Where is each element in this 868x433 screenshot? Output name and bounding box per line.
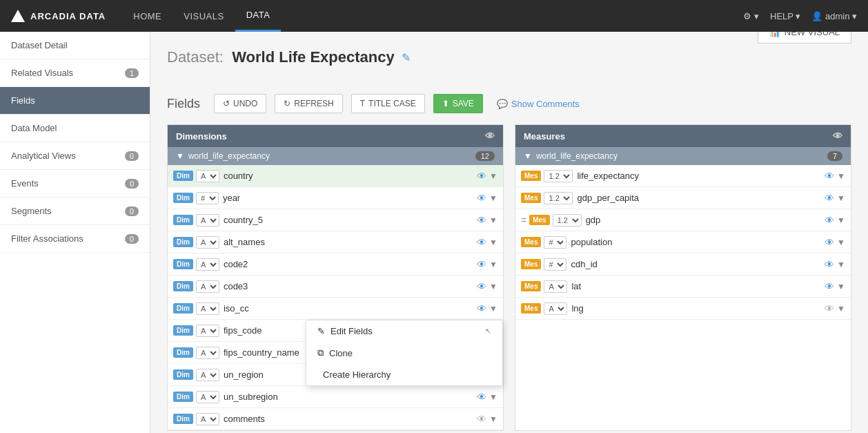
chevron-icon-code2[interactable]: ▼: [489, 260, 497, 269]
field-actions-code3: 👁 ▼: [477, 281, 497, 292]
save-button[interactable]: ⬆ SAVE: [433, 94, 483, 113]
chevron-icon-gdp-per-capita[interactable]: ▼: [837, 193, 845, 203]
dim-badge-un-region: Dim: [173, 369, 193, 380]
type-select-population[interactable]: #: [544, 236, 566, 249]
chevron-icon-comments[interactable]: ▼: [489, 414, 497, 424]
visibility-icon-gdp[interactable]: 👁: [825, 215, 834, 226]
type-select-code2[interactable]: A: [196, 258, 219, 271]
type-select-code3[interactable]: A: [196, 280, 219, 293]
help-menu[interactable]: HELP ▾: [770, 11, 800, 21]
chevron-icon-lng[interactable]: ▼: [837, 304, 845, 314]
mes-badge-lng: Mes: [521, 303, 541, 314]
context-create-hierarchy[interactable]: Create Hierarchy: [306, 364, 502, 385]
visibility-icon-comments[interactable]: 👁: [477, 414, 486, 425]
mes-group-arrow[interactable]: ▼: [524, 151, 532, 161]
dim-field-code3: Dim A code3 👁 ▼: [168, 276, 503, 298]
show-comments-button[interactable]: 💬 Show Comments: [497, 99, 580, 109]
title-case-icon: T: [360, 99, 365, 108]
visibility-icon-country5[interactable]: 👁: [477, 215, 486, 226]
dim-field-iso-cc-wrapper: Dim A iso_cc 👁 ▼ ✎ Edit Fields ↖: [168, 298, 503, 320]
related-visuals-badge: 1: [125, 68, 139, 78]
type-select-gdp[interactable]: 1.2: [553, 214, 582, 227]
chevron-icon-year[interactable]: ▼: [489, 193, 497, 203]
context-edit-fields[interactable]: ✎ Edit Fields ↖: [306, 320, 502, 342]
field-actions-gdp-per-capita: 👁 ▼: [825, 193, 845, 204]
type-select-gdp-per-capita[interactable]: 1.2: [544, 192, 573, 204]
chevron-icon-life-exp[interactable]: ▼: [837, 171, 845, 181]
sidebar-item-data-model[interactable]: Data Model: [0, 115, 150, 142]
type-select-lat[interactable]: A: [544, 280, 567, 293]
visibility-icon-code3[interactable]: 👁: [477, 281, 486, 292]
chevron-icon-gdp[interactable]: ▼: [837, 215, 845, 225]
type-select-fips-country-name[interactable]: A: [196, 347, 219, 359]
sidebar-item-analytical-views[interactable]: Analytical Views 0: [0, 142, 150, 170]
type-select-un-region[interactable]: A: [196, 369, 219, 381]
dimensions-visibility-icon[interactable]: 👁: [485, 131, 495, 142]
chevron-icon-lat[interactable]: ▼: [837, 282, 845, 291]
chevron-icon-country5[interactable]: ▼: [489, 215, 497, 225]
chevron-icon-iso-cc[interactable]: ▼: [489, 304, 497, 314]
chevron-icon-un-subregion[interactable]: ▼: [489, 392, 497, 402]
refresh-button[interactable]: ↻ REFRESH: [275, 94, 342, 113]
visibility-icon-lat[interactable]: 👁: [825, 281, 834, 292]
mes-group-count: 7: [827, 151, 842, 161]
sidebar-item-events[interactable]: Events 0: [0, 170, 150, 198]
type-select-year[interactable]: #: [196, 192, 219, 204]
edit-dataset-icon[interactable]: ✎: [402, 51, 411, 64]
type-select-iso-cc[interactable]: A: [196, 302, 219, 315]
visibility-icon-country[interactable]: 👁: [477, 171, 486, 182]
type-select-cdh-id[interactable]: #: [544, 258, 566, 271]
sidebar-item-filter-associations[interactable]: Filter Associations 0: [0, 225, 150, 253]
nav-visuals[interactable]: VISUALS: [172, 0, 235, 32]
chevron-icon-population[interactable]: ▼: [837, 238, 845, 247]
nav-home[interactable]: HOME: [122, 0, 172, 32]
fields-header: Fields ↺ UNDO ↻ REFRESH T TITLE CASE ⬆ S…: [167, 94, 851, 113]
visibility-icon-alt-names[interactable]: 👁: [477, 237, 486, 248]
visibility-icon-iso-cc[interactable]: 👁: [477, 303, 486, 314]
mes-badge-gdp: Mes: [529, 215, 549, 225]
type-select-comments[interactable]: A: [196, 413, 219, 425]
sidebar-item-segments[interactable]: Segments 0: [0, 198, 150, 225]
visibility-icon-gdp-per-capita[interactable]: 👁: [825, 193, 834, 204]
chevron-icon-code3[interactable]: ▼: [489, 282, 497, 291]
visibility-icon-life-exp[interactable]: 👁: [825, 171, 834, 182]
sidebar-item-fields[interactable]: Fields: [0, 87, 150, 115]
sidebar-label-filter-associations: Filter Associations: [11, 233, 83, 244]
context-menu: ✎ Edit Fields ↖ ⧉ Clone Create Hierarchy: [306, 320, 503, 386]
fields-title: Fields: [167, 97, 200, 111]
settings-menu[interactable]: ⚙ ▾: [743, 11, 759, 21]
dim-group-arrow[interactable]: ▼: [176, 151, 184, 161]
field-actions-un-subregion: 👁 ▼: [477, 392, 497, 403]
admin-menu[interactable]: 👤 admin ▾: [811, 11, 857, 21]
dim-badge-code3: Dim: [173, 281, 193, 291]
type-select-country[interactable]: A: [196, 170, 219, 182]
sidebar-item-related-visuals[interactable]: Related Visuals 1: [0, 59, 150, 87]
type-select-lng[interactable]: A: [544, 302, 567, 315]
new-visual-button[interactable]: 📊 NEW VISUAL: [758, 32, 851, 44]
visibility-icon-un-subregion[interactable]: 👁: [477, 392, 486, 403]
type-select-country5[interactable]: A: [196, 214, 219, 227]
title-case-button[interactable]: T TITLE CASE: [351, 94, 425, 113]
context-clone[interactable]: ⧉ Clone: [306, 342, 502, 364]
visibility-icon-population[interactable]: 👁: [825, 237, 834, 248]
chevron-icon-alt-names[interactable]: ▼: [489, 238, 497, 247]
visibility-icon-cdh-id[interactable]: 👁: [825, 259, 834, 270]
type-select-alt-names[interactable]: A: [196, 236, 219, 249]
visibility-icon-lng[interactable]: 👁: [825, 303, 834, 314]
sidebar-item-dataset-detail[interactable]: Dataset Detail: [0, 32, 150, 59]
visibility-icon-year[interactable]: 👁: [477, 193, 486, 204]
sidebar-label-fields: Fields: [11, 95, 35, 106]
type-select-life-exp[interactable]: 1.2: [544, 170, 573, 182]
field-name-year: year: [223, 193, 477, 203]
type-select-un-subregion[interactable]: A: [196, 391, 219, 403]
chevron-icon-country[interactable]: ▼: [489, 171, 497, 181]
dimensions-group-header: ▼ world_life_expectancy 12: [168, 147, 503, 165]
visibility-icon-code2[interactable]: 👁: [477, 259, 486, 270]
nav-data[interactable]: DATA: [235, 0, 282, 32]
type-select-fips-code[interactable]: A: [196, 325, 219, 337]
chevron-icon-cdh-id[interactable]: ▼: [837, 260, 845, 269]
dataset-name: World Life Expectancy: [232, 48, 395, 66]
measures-visibility-icon[interactable]: 👁: [833, 131, 842, 142]
field-actions-comments: 👁 ▼: [477, 414, 497, 425]
undo-button[interactable]: ↺ UNDO: [214, 94, 266, 113]
